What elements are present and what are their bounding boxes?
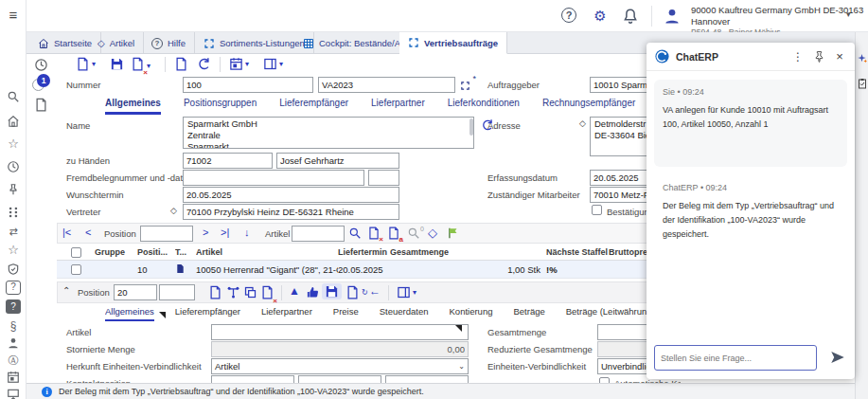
nav-position-input[interactable] bbox=[140, 226, 193, 242]
help-outline-icon[interactable]: ? bbox=[6, 281, 21, 295]
col-gesamtmenge[interactable]: Gesamtmenge bbox=[390, 247, 546, 257]
calendar-icon[interactable] bbox=[6, 370, 21, 385]
doc-tab-rechnungsempfaenger[interactable]: Rechnungsempfänger bbox=[542, 98, 635, 115]
herkunft-select[interactable]: Artikel⌄ bbox=[211, 358, 469, 374]
warning-triangle-icon[interactable]: ▲ bbox=[289, 284, 300, 298]
fremdbelegnummer-input[interactable] bbox=[183, 170, 364, 186]
send-icon[interactable] bbox=[829, 349, 848, 368]
doc-tab-lieferpartner[interactable]: Lieferpartner bbox=[371, 98, 425, 115]
bestaetigung-checkbox[interactable] bbox=[592, 205, 602, 215]
help-icon[interactable]: ? bbox=[561, 8, 576, 23]
home-icon[interactable] bbox=[6, 114, 21, 129]
first-position-button[interactable]: |< bbox=[62, 227, 71, 238]
detail-subposition-input[interactable] bbox=[159, 284, 195, 300]
detail-position-input[interactable] bbox=[114, 284, 157, 300]
reset-position-button[interactable]: ↻ bbox=[345, 285, 368, 299]
detail-window-button[interactable]: ▾ bbox=[397, 285, 416, 299]
tab-artikel[interactable]: ◇Artikel bbox=[89, 32, 144, 54]
dropdown-caret-icon[interactable]: ▾ bbox=[279, 60, 283, 68]
diamond-a-icon[interactable]: ◇ bbox=[428, 226, 437, 240]
favorite-star-icon[interactable]: ☆ bbox=[6, 136, 21, 152]
apps-grid-icon[interactable] bbox=[6, 205, 21, 220]
save-position-button[interactable] bbox=[322, 283, 342, 299]
nav-artikel-input[interactable] bbox=[292, 226, 345, 242]
copy-document-button[interactable] bbox=[174, 57, 188, 71]
select-all-checkbox[interactable] bbox=[71, 247, 81, 258]
hamburger-menu-icon[interactable]: ≡ bbox=[6, 8, 21, 23]
pin-panel-icon[interactable] bbox=[811, 49, 826, 64]
diamond-marker-icon[interactable]: ◇ bbox=[579, 118, 586, 128]
legal-paragraph-icon[interactable]: § bbox=[6, 318, 21, 334]
row-checkbox[interactable] bbox=[71, 264, 81, 275]
subtab-lieferpartner[interactable]: Lieferpartner bbox=[261, 306, 312, 321]
dropdown-caret-icon[interactable]: ▾ bbox=[245, 60, 249, 68]
avatar[interactable] bbox=[663, 7, 682, 26]
subtab-kontierung[interactable]: Kontierung bbox=[450, 306, 493, 321]
settings-gear-icon[interactable]: ⚙ bbox=[592, 8, 609, 25]
help-filled-icon[interactable]: ? bbox=[6, 299, 21, 314]
last-position-button[interactable]: >| bbox=[221, 227, 229, 238]
dropdown-caret-icon[interactable]: ▾ bbox=[92, 60, 96, 68]
history-icon[interactable] bbox=[6, 159, 21, 174]
search-position-icon[interactable] bbox=[348, 227, 362, 240]
back-arrow-icon[interactable]: ← bbox=[369, 284, 381, 298]
vertreter-input[interactable] bbox=[183, 204, 399, 220]
col-typ[interactable]: T... bbox=[175, 247, 196, 257]
save-button[interactable] bbox=[110, 57, 124, 71]
expand-type-icon[interactable]: * bbox=[460, 78, 473, 91]
close-icon[interactable]: × bbox=[832, 49, 847, 64]
monitor-icon[interactable] bbox=[6, 387, 21, 399]
ai-sparkle-icon[interactable] bbox=[857, 53, 868, 64]
refresh-button[interactable] bbox=[197, 57, 211, 71]
doc-tab-lieferempfaenger[interactable]: Lieferempfänger bbox=[279, 98, 348, 115]
shield-check-icon[interactable] bbox=[6, 262, 21, 277]
doc-tab-lieferkonditionen[interactable]: Lieferkonditionen bbox=[448, 98, 520, 115]
subtab-steuerdaten[interactable]: Steuerdaten bbox=[380, 306, 429, 321]
col-liefertermin[interactable]: Liefertermin bbox=[338, 247, 390, 257]
subtab-betraege-leitwaehrung[interactable]: Beträge (Leitwährung) bbox=[566, 306, 655, 321]
tab-hilfe[interactable]: ?Hilfe bbox=[143, 32, 195, 54]
row-select-cell[interactable] bbox=[57, 261, 95, 278]
doc-tab-allgemeines[interactable]: Allgemeines bbox=[105, 98, 161, 115]
new-document-button[interactable]: ▾ bbox=[76, 57, 96, 71]
col-gruppe[interactable]: Gruppe bbox=[95, 247, 137, 257]
clipboard-check-icon[interactable] bbox=[857, 78, 868, 89]
kebab-menu-icon[interactable]: ⋮ bbox=[790, 49, 806, 64]
dropdown-caret-icon[interactable]: ▾ bbox=[413, 288, 416, 297]
structure-button[interactable] bbox=[226, 285, 240, 299]
detail-artikel-input[interactable] bbox=[211, 324, 469, 340]
notifications-bell-icon[interactable] bbox=[622, 8, 639, 25]
jump-down-icon[interactable]: ↓ bbox=[244, 227, 250, 238]
new-position-button[interactable] bbox=[208, 285, 222, 299]
tab-vertriebsauftraege[interactable]: Vertriebsaufträge bbox=[399, 32, 507, 54]
subtab-preise[interactable]: Preise bbox=[333, 306, 359, 321]
next-position-button[interactable]: > bbox=[203, 227, 208, 238]
delete-document-button[interactable]: ×▾ bbox=[131, 57, 151, 75]
delete-position-button[interactable]: × bbox=[260, 285, 275, 303]
calendar-save-button[interactable]: ▾ bbox=[229, 57, 249, 71]
circled-a-icon[interactable]: Ⓐ bbox=[6, 353, 21, 368]
diamond-marker-icon[interactable]: ◇ bbox=[170, 206, 177, 215]
step-badge[interactable]: 1 bbox=[37, 74, 50, 87]
name-scrollbar[interactable] bbox=[469, 118, 473, 136]
doc-tab-positionsgruppen[interactable]: Positionsgruppen bbox=[184, 98, 257, 115]
collapse-chevron-icon[interactable]: ⌃ bbox=[62, 285, 70, 296]
zu-haenden-name-input[interactable] bbox=[276, 153, 399, 169]
pin-icon[interactable] bbox=[6, 182, 21, 197]
approve-thumb-icon[interactable] bbox=[306, 285, 320, 299]
fremdbelegdatum-input[interactable] bbox=[368, 170, 399, 186]
copy-position-button[interactable] bbox=[243, 285, 257, 299]
user-icon[interactable] bbox=[6, 336, 21, 351]
subtab-betraege[interactable]: Beträge bbox=[513, 306, 544, 321]
name-textarea[interactable]: Sparmarkt GmbH Zentrale Sparmarkt bbox=[183, 117, 474, 149]
chat-input[interactable] bbox=[654, 345, 817, 371]
zu-haenden-nummer-input[interactable] bbox=[183, 153, 273, 169]
flag-icon[interactable] bbox=[447, 227, 460, 240]
search-icon[interactable] bbox=[6, 89, 21, 104]
nummer-input[interactable] bbox=[183, 77, 313, 93]
window-layout-button[interactable]: ▾ bbox=[263, 57, 283, 71]
wunschtermin-input[interactable] bbox=[183, 187, 399, 203]
annotate-position-icon[interactable]: a bbox=[387, 227, 400, 242]
recent-clock-icon[interactable] bbox=[34, 58, 48, 72]
col-position[interactable]: Positi... bbox=[137, 247, 175, 257]
